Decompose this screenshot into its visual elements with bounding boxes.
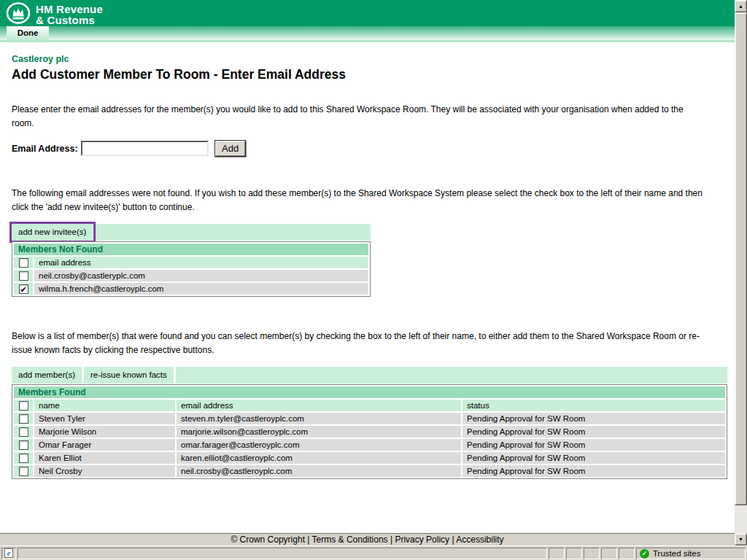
- members-not-found-header-row: email address: [14, 257, 368, 268]
- members-not-found-table: Members Not Found email address neil.cro…: [12, 241, 371, 297]
- member-email: omar.farager@castleroyplc.com: [177, 439, 461, 451]
- members-not-found-rows: neil.crosby@castleryplc.com✔wilma.h.fren…: [14, 270, 368, 295]
- internet-explorer-page-icon: e: [4, 548, 13, 558]
- member-checkbox[interactable]: [19, 271, 28, 281]
- crown-icon: [6, 1, 31, 28]
- tab-bar: Done: [0, 26, 735, 40]
- trusted-sites-check-icon: ✓: [640, 549, 649, 559]
- select-all-not-found-checkbox[interactable]: [19, 258, 28, 268]
- footer-separator: |: [449, 534, 456, 545]
- member-name: Steven Tyler: [34, 413, 175, 424]
- member-name: Marjorie Wilson: [34, 426, 175, 438]
- statusbar-panel: [601, 548, 617, 559]
- vertical-scrollbar: ▲ ▼: [735, 0, 747, 545]
- action-bar-filler: [95, 224, 371, 241]
- select-all-found-checkbox[interactable]: [19, 401, 28, 411]
- member-status: Pending Approval for SW Room: [462, 452, 725, 464]
- done-tab[interactable]: Done: [7, 26, 49, 40]
- member-status: Pending Approval for SW Room: [462, 426, 725, 438]
- footer-separator: |: [305, 534, 312, 545]
- copyright-text: © Crown Copyright: [231, 534, 305, 545]
- footer-links: © Crown Copyright | Terms & Conditions |…: [231, 534, 503, 545]
- member-checkbox[interactable]: ✔: [19, 284, 28, 294]
- member-status: Pending Approval for SW Room: [462, 413, 725, 424]
- not-found-instructions: The following email addresses were not f…: [12, 187, 706, 214]
- statusbar-panel: [619, 548, 635, 559]
- hmrc-logo: HM Revenue & Customs: [0, 0, 735, 28]
- statusbar-message-panel: [18, 548, 547, 559]
- scroll-down-button[interactable]: ▼: [735, 533, 747, 545]
- chevron-up-icon: ▲: [738, 4, 743, 9]
- footer-link[interactable]: Terms & Conditions: [312, 534, 388, 545]
- brand-text: HM Revenue & Customs: [36, 4, 103, 26]
- add-new-invitees-button[interactable]: add new invitee(s): [12, 224, 93, 241]
- tab-underline: [0, 40, 735, 42]
- scroll-up-button[interactable]: ▲: [735, 0, 747, 12]
- member-checkbox[interactable]: [19, 454, 28, 463]
- reissue-known-facts-button[interactable]: re-issue known facts: [84, 367, 174, 384]
- not-found-column-header: email address: [34, 257, 368, 268]
- member-email: neil.crosby@castleryplc.com: [34, 270, 368, 281]
- member-checkbox[interactable]: [19, 440, 28, 450]
- email-label: Email Address:: [12, 144, 81, 154]
- members-found-title: Members Found: [14, 386, 725, 398]
- add-button[interactable]: Add: [214, 140, 246, 157]
- member-name: Neil Crosby: [34, 465, 175, 477]
- email-entry-row: Email Address: Add: [12, 139, 246, 158]
- add-members-button[interactable]: add member(s): [12, 367, 82, 384]
- security-zone-label: Trusted sites: [653, 549, 700, 558]
- member-email: marjorie.wilson@castleroyplc.com: [177, 426, 461, 438]
- member-email: wilma.h.french@castleroyplc.com: [34, 283, 368, 295]
- found-action-bar: add member(s) re-issue known facts: [12, 367, 727, 384]
- scrollbar-thumb[interactable]: [735, 12, 747, 505]
- members-found-rows: Steven Tylersteven.m.tyler@castleroyplc.…: [14, 413, 725, 477]
- member-email: neil.crosby@castleroyplc.com: [177, 465, 461, 477]
- chevron-down-icon: ▼: [738, 537, 743, 542]
- intro-text: Please enter the email addresses for the…: [12, 103, 706, 130]
- members-found-header-row: name email address status: [14, 400, 725, 411]
- footer-link[interactable]: Privacy Policy: [395, 534, 449, 545]
- footer-link[interactable]: Accessibility: [456, 534, 503, 545]
- status-bar: e ✓ Trusted sites: [0, 545, 747, 560]
- member-name: Omar Farager: [34, 439, 175, 451]
- room-name: Castleroy plc: [12, 54, 69, 64]
- member-checkbox[interactable]: [19, 467, 28, 476]
- security-zone-panel: ✓ Trusted sites: [636, 548, 746, 559]
- statusbar-panel: [584, 548, 600, 559]
- footer-separator: |: [388, 534, 395, 545]
- member-checkbox[interactable]: [19, 414, 28, 424]
- member-name: Karen Elliot: [34, 452, 175, 464]
- member-found-row: Steven Tylersteven.m.tyler@castleroyplc.…: [14, 413, 725, 424]
- members-found-title-row: Members Found: [14, 386, 725, 398]
- found-column-name: name: [34, 400, 175, 411]
- member-status: Pending Approval for SW Room: [462, 439, 725, 451]
- statusbar-page-panel: e: [1, 548, 16, 559]
- member-email: karen.elliot@castleroyplc.com: [177, 452, 461, 464]
- brand-line1: HM Revenue: [36, 4, 103, 15]
- page-footer: © Crown Copyright | Terms & Conditions |…: [0, 533, 735, 545]
- member-found-row: Karen Elliotkaren.elliot@castleroyplc.co…: [14, 452, 725, 464]
- members-not-found-title: Members Not Found: [14, 244, 368, 255]
- page-title: Add Customer Member To Room - Enter Emai…: [12, 67, 346, 82]
- found-column-email: email address: [177, 400, 461, 411]
- found-column-status: status: [462, 400, 725, 411]
- member-found-row: Omar Farageromar.farager@castleroyplc.co…: [14, 439, 725, 451]
- statusbar-panel: [549, 548, 565, 559]
- member-not-found-row: neil.crosby@castleryplc.com: [14, 270, 368, 281]
- found-instructions: Below is a list of member(s) that were f…: [12, 330, 706, 357]
- email-input[interactable]: [81, 141, 209, 156]
- member-status: Pending Approval for SW Room: [462, 465, 725, 477]
- members-found-table: Members Found name email address status …: [12, 384, 727, 479]
- app-header: HM Revenue & Customs: [0, 0, 735, 26]
- member-email: steven.m.tyler@castleroyplc.com: [177, 413, 461, 424]
- brand-line2: & Customs: [36, 15, 103, 26]
- member-not-found-row: ✔wilma.h.french@castleroyplc.com: [14, 283, 368, 295]
- member-found-row: Marjorie Wilsonmarjorie.wilson@castleroy…: [14, 426, 725, 438]
- members-not-found-title-row: Members Not Found: [14, 244, 368, 255]
- action-bar-filler: [176, 367, 727, 384]
- statusbar-panel: [566, 548, 582, 559]
- member-checkbox[interactable]: [19, 427, 28, 437]
- member-found-row: Neil Crosbyneil.crosby@castleroyplc.comP…: [14, 465, 725, 477]
- not-found-action-bar: add new invitee(s): [12, 224, 371, 241]
